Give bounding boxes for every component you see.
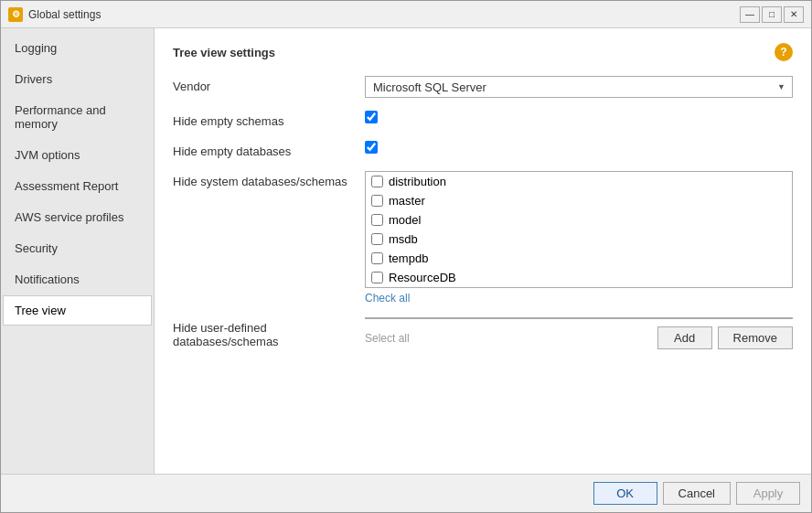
cancel-button[interactable]: Cancel xyxy=(663,482,731,505)
hide-user-defined-row: Hide user-defined databases/schemas Sele… xyxy=(173,317,793,349)
app-icon: ⚙ xyxy=(8,7,23,22)
sidebar-item-security[interactable]: Security xyxy=(3,233,152,263)
list-item-resourcedb[interactable]: ResourceDB xyxy=(366,268,792,287)
sidebar-item-notifications-label: Notifications xyxy=(15,273,80,286)
label-msdb: msdb xyxy=(389,232,418,246)
sidebar-item-notifications[interactable]: Notifications xyxy=(3,264,152,294)
hide-empty-schemas-label: Hide empty schemas xyxy=(173,111,365,128)
vendor-control: Microsoft SQL Server MySQL PostgreSQL Or… xyxy=(365,76,793,98)
footer: OK Cancel Apply xyxy=(1,474,811,512)
vendor-select-wrapper: Microsoft SQL Server MySQL PostgreSQL Or… xyxy=(365,76,793,98)
checkbox-tempdb[interactable] xyxy=(371,252,383,264)
sidebar: Logging Drivers Performance and memory J… xyxy=(1,28,155,474)
hide-system-control: distribution master model msdb xyxy=(365,171,793,305)
hide-empty-schemas-row: Hide empty schemas xyxy=(173,111,793,128)
ok-button[interactable]: OK xyxy=(593,482,657,505)
section-title-text: Tree view settings xyxy=(173,46,275,59)
sidebar-item-security-label: Security xyxy=(15,241,58,255)
checkbox-model[interactable] xyxy=(371,214,383,226)
sidebar-item-treeview-label: Tree view xyxy=(15,304,66,317)
hide-empty-schemas-control xyxy=(365,111,793,123)
help-icon[interactable]: ? xyxy=(775,43,793,61)
hide-empty-databases-control xyxy=(365,141,793,154)
checkbox-msdb[interactable] xyxy=(371,233,383,245)
apply-button[interactable]: Apply xyxy=(736,482,800,505)
vendor-select[interactable]: Microsoft SQL Server MySQL PostgreSQL Or… xyxy=(365,76,793,98)
hide-empty-databases-label: Hide empty databases xyxy=(173,141,365,158)
hide-user-defined-control: Select all Add Remove xyxy=(365,317,793,349)
minimize-button[interactable]: — xyxy=(740,6,760,23)
label-resourcedb: ResourceDB xyxy=(389,271,456,284)
user-defined-buttons: Add Remove xyxy=(657,326,793,349)
sidebar-item-drivers[interactable]: Drivers xyxy=(3,64,152,94)
sidebar-item-logging[interactable]: Logging xyxy=(3,33,152,63)
label-tempdb: tempdb xyxy=(389,251,428,265)
sidebar-item-assessment[interactable]: Assessment Report xyxy=(3,171,152,201)
remove-button[interactable]: Remove xyxy=(718,326,793,349)
sidebar-item-performance[interactable]: Performance and memory xyxy=(3,95,152,139)
checkbox-master[interactable] xyxy=(371,195,383,207)
sidebar-item-treeview[interactable]: Tree view xyxy=(3,295,152,326)
sidebar-item-aws-label: AWS service profiles xyxy=(15,210,123,224)
title-bar-controls: — □ ✕ xyxy=(740,6,804,23)
hide-empty-schemas-checkbox[interactable] xyxy=(365,111,378,123)
sidebar-item-drivers-label: Drivers xyxy=(15,72,52,86)
title-bar: ⚙ Global settings — □ ✕ xyxy=(1,1,811,28)
select-all-link[interactable]: Select all xyxy=(365,332,410,345)
list-item-distribution[interactable]: distribution xyxy=(366,172,792,191)
add-button[interactable]: Add xyxy=(657,326,712,349)
window-body: Logging Drivers Performance and memory J… xyxy=(1,28,811,474)
sidebar-item-jvm-label: JVM options xyxy=(15,148,80,162)
checkbox-resourcedb[interactable] xyxy=(371,272,383,283)
sidebar-item-aws[interactable]: AWS service profiles xyxy=(3,202,152,232)
hide-empty-databases-checkbox[interactable] xyxy=(365,141,378,154)
sidebar-item-performance-label: Performance and memory xyxy=(15,103,106,131)
sidebar-item-logging-label: Logging xyxy=(15,41,57,55)
hide-user-defined-label: Hide user-defined databases/schemas xyxy=(173,317,365,348)
list-item-model[interactable]: model xyxy=(366,210,792,230)
global-settings-window: ⚙ Global settings — □ ✕ Logging Drivers … xyxy=(0,0,812,513)
main-content: Tree view settings ? Vendor Microsoft SQ… xyxy=(155,28,811,474)
label-master: master xyxy=(389,194,425,208)
hide-system-row: Hide system databases/schemas distributi… xyxy=(173,171,793,305)
sidebar-item-jvm[interactable]: JVM options xyxy=(3,140,152,170)
section-header: Tree view settings ? xyxy=(173,43,793,61)
system-databases-list[interactable]: distribution master model msdb xyxy=(365,171,793,288)
maximize-button[interactable]: □ xyxy=(762,6,782,23)
hide-empty-databases-row: Hide empty databases xyxy=(173,141,793,158)
label-model: model xyxy=(389,213,421,227)
vendor-label: Vendor xyxy=(173,76,365,93)
hide-system-label: Hide system databases/schemas xyxy=(173,171,365,188)
label-distribution: distribution xyxy=(389,175,446,188)
close-button[interactable]: ✕ xyxy=(784,6,804,23)
vendor-row: Vendor Microsoft SQL Server MySQL Postgr… xyxy=(173,76,793,98)
list-item-tempdb[interactable]: tempdb xyxy=(366,249,792,268)
sidebar-item-assessment-label: Assessment Report xyxy=(15,179,118,193)
window-title: Global settings xyxy=(28,8,740,21)
user-defined-list[interactable] xyxy=(365,317,793,319)
list-item-msdb[interactable]: msdb xyxy=(366,230,792,249)
list-item-master[interactable]: master xyxy=(366,191,792,210)
check-all-link[interactable]: Check all xyxy=(365,292,793,305)
checkbox-distribution[interactable] xyxy=(371,176,383,187)
